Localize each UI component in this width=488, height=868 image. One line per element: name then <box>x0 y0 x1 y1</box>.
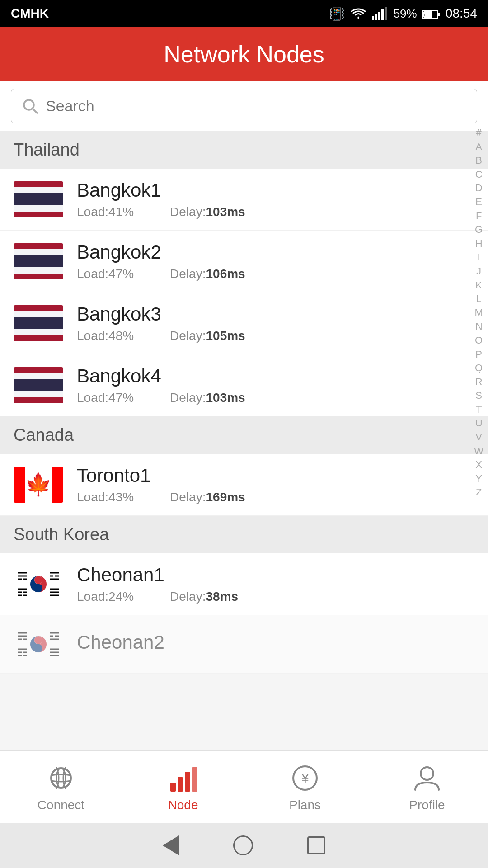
node-item-cheonan2[interactable]: Cheonan2 <box>0 615 488 674</box>
flag-thailand <box>14 243 63 279</box>
alpha-n[interactable]: N <box>475 320 483 333</box>
nav-label-connect: Connect <box>38 798 84 812</box>
node-info: Bangkok2 Load:47% Delay:106ms <box>77 241 474 281</box>
node-name: Bangkok3 <box>77 303 474 325</box>
section-header-south-korea: South Korea <box>0 516 488 553</box>
node-item-cheonan1[interactable]: Cheonan1 Load:24% Delay:38ms <box>0 553 488 615</box>
section-header-canada: Canada <box>0 416 488 454</box>
alpha-w[interactable]: W <box>474 445 483 458</box>
alpha-d[interactable]: D <box>475 182 483 195</box>
node-load: Load:48% <box>77 329 134 343</box>
alpha-q[interactable]: Q <box>475 362 483 375</box>
svg-point-50 <box>34 644 42 652</box>
svg-rect-4 <box>385 7 387 20</box>
profile-icon <box>411 762 443 794</box>
node-load: Load:41% <box>77 205 134 219</box>
node-stats: Load:48% Delay:105ms <box>77 329 474 343</box>
alpha-s[interactable]: S <box>475 389 482 402</box>
alpha-c[interactable]: C <box>475 168 483 181</box>
search-icon <box>22 98 38 114</box>
wifi-icon <box>350 7 366 20</box>
node-stats: Load:41% Delay:103ms <box>77 205 474 219</box>
vibrate-icon: 📳 <box>329 6 345 21</box>
node-item-bangkok3[interactable]: Bangkok3 Load:48% Delay:105ms <box>0 292 488 354</box>
search-input[interactable] <box>46 97 466 115</box>
node-delay: Delay:105ms <box>170 329 245 343</box>
node-name: Cheonan2 <box>77 632 474 653</box>
node-info: Bangkok1 Load:41% Delay:103ms <box>77 179 474 219</box>
nav-label-node: Node <box>168 798 198 812</box>
svg-text:+: + <box>423 13 426 18</box>
home-button[interactable] <box>233 835 253 855</box>
alpha-v[interactable]: V <box>475 431 482 444</box>
search-bar[interactable] <box>11 89 477 123</box>
node-delay: Delay:103ms <box>170 391 245 405</box>
alpha-i[interactable]: I <box>478 251 480 264</box>
alpha-y[interactable]: Y <box>475 472 482 486</box>
node-name: Toronto1 <box>77 465 474 486</box>
alpha-r[interactable]: R <box>475 376 483 389</box>
alpha-o[interactable]: O <box>475 334 483 347</box>
node-load: Load:43% <box>77 490 134 505</box>
alpha-f[interactable]: F <box>476 210 482 223</box>
node-item-bangkok4[interactable]: Bangkok4 Load:47% Delay:103ms <box>0 354 488 416</box>
alpha-z[interactable]: Z <box>476 486 482 499</box>
alpha-k[interactable]: K <box>475 279 482 292</box>
nav-item-profile[interactable]: Profile <box>366 755 488 820</box>
alpha-a[interactable]: A <box>475 141 482 154</box>
nav-label-profile: Profile <box>409 798 445 812</box>
recents-button[interactable] <box>307 836 325 854</box>
node-info: Bangkok3 Load:48% Delay:105ms <box>77 303 474 343</box>
carrier-label: CMHK <box>11 6 49 21</box>
node-item-toronto1[interactable]: 🍁 Toronto1 Load:43% Delay:169ms <box>0 454 488 516</box>
node-delay: Delay:103ms <box>170 205 245 219</box>
flag-thailand <box>14 367 63 403</box>
alpha-p[interactable]: P <box>475 348 482 361</box>
node-stats: Load:24% Delay:38ms <box>77 590 474 604</box>
nav-item-connect[interactable]: Connect <box>0 755 122 820</box>
node-item-bangkok2[interactable]: Bangkok2 Load:47% Delay:106ms <box>0 231 488 292</box>
node-item-bangkok1[interactable]: Bangkok1 Load:41% Delay:103ms <box>0 169 488 231</box>
alpha-m[interactable]: M <box>474 307 483 320</box>
flag-thailand <box>14 305 63 341</box>
bottom-navigation: Connect Node ¥ Plans <box>0 750 488 823</box>
flag-korea <box>14 566 63 602</box>
alpha-l[interactable]: L <box>476 292 481 306</box>
svg-rect-3 <box>381 9 384 20</box>
alpha-h[interactable]: H <box>475 237 483 250</box>
alpha-x[interactable]: X <box>475 458 482 472</box>
node-delay: Delay:106ms <box>170 267 245 281</box>
nav-item-plans[interactable]: ¥ Plans <box>244 755 366 820</box>
node-stats: Load:47% Delay:103ms <box>77 391 474 405</box>
node-info: Toronto1 Load:43% Delay:169ms <box>77 465 474 505</box>
alpha-#[interactable]: # <box>476 127 481 140</box>
node-load: Load:47% <box>77 267 134 281</box>
node-stats: Load:47% Delay:106ms <box>77 267 474 281</box>
nav-item-node[interactable]: Node <box>122 755 244 820</box>
page-header: Network Nodes <box>0 27 488 81</box>
alphabet-index[interactable]: #ABCDEFGHIJKLMNOPQRSTUVWXYZ <box>474 127 483 499</box>
node-info: Cheonan1 Load:24% Delay:38ms <box>77 564 474 604</box>
alpha-e[interactable]: E <box>475 196 482 209</box>
alpha-t[interactable]: T <box>476 403 482 416</box>
svg-line-10 <box>33 108 37 113</box>
svg-text:¥: ¥ <box>301 770 309 785</box>
battery-label: 59% + <box>394 7 440 21</box>
search-container <box>0 81 488 131</box>
back-button[interactable] <box>163 835 179 855</box>
svg-rect-2 <box>378 12 380 20</box>
alpha-j[interactable]: J <box>476 265 481 278</box>
svg-rect-53 <box>170 783 176 792</box>
node-name: Cheonan1 <box>77 564 474 586</box>
svg-rect-55 <box>185 772 190 792</box>
flag-korea <box>14 626 63 662</box>
node-info: Cheonan2 <box>77 632 474 657</box>
alpha-b[interactable]: B <box>475 154 482 167</box>
time-label: 08:54 <box>446 6 477 21</box>
svg-rect-6 <box>438 13 440 16</box>
home-bar <box>0 823 488 868</box>
svg-rect-54 <box>178 777 183 792</box>
alpha-u[interactable]: U <box>475 417 483 430</box>
plans-icon: ¥ <box>289 762 321 794</box>
alpha-g[interactable]: G <box>475 223 483 236</box>
